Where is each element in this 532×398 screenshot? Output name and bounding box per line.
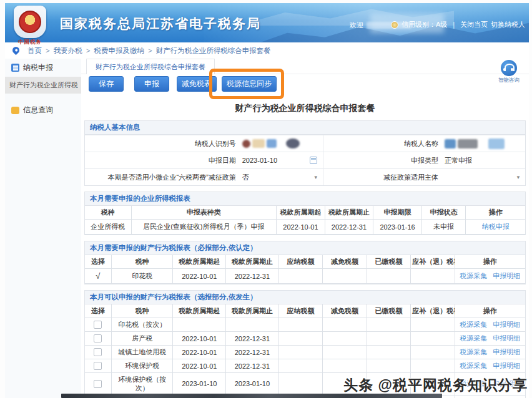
close-page-link[interactable]: 关闭当页 (460, 20, 488, 29)
source-collect-link[interactable]: 税源采集 (460, 272, 487, 279)
col-period-start: 税款所属期起 (173, 255, 226, 269)
cell-period-end: 2022-12-31 (325, 220, 373, 235)
taxpayer-name-value (441, 135, 525, 152)
cell-period-start (173, 318, 226, 332)
main-panel: 财产行为税企业所得税综合申报套餐 保存 申报 减免税表 税源信息同步 智能咨询 … (81, 59, 529, 398)
sidebar-item-property-behavior-tax[interactable]: 财产行为税企业所得税 (5, 77, 81, 94)
table-row: 城镇土地使用税 2022-10-01 2022-12-31 税源采集 申报明细 (85, 346, 525, 359)
chat-bubble-icon (11, 107, 19, 114)
six-tax-policy-label: 本期是否适用小微企业“六税两费”减征政策 (85, 169, 239, 185)
breadcrumb-home[interactable]: 首页 (27, 46, 42, 56)
col-reduced: 减免税额 (323, 304, 367, 318)
section-required-title: 本月需要申报的财产行为税报表（必报部分,依认定） (85, 241, 525, 255)
section-income-tax-title: 本月需要申报的企业所得税报表 (85, 192, 525, 206)
row-checkbox[interactable] (94, 362, 102, 370)
tab-strip: 财产行为税企业所得税综合申报套餐 (81, 59, 529, 74)
cell-period-start: 2022-10-01 (173, 332, 226, 346)
col-due: 应补（退）税额 (411, 304, 455, 318)
declare-detail-link[interactable]: 申报明细 (493, 321, 520, 328)
col-select: 选择 (85, 255, 111, 269)
breadcrumb-separator: > (46, 47, 50, 54)
cell-form-type: 居民企业(查账征收)所得税月（季）申报 (131, 220, 277, 235)
section-required-property-tax: 本月需要申报的财产行为税报表（必报部分,依认定） 选择 税种 税款所属期起 税款… (84, 241, 526, 284)
source-collect-link[interactable]: 税源采集 (460, 348, 487, 356)
six-tax-policy-select[interactable]: 否 ▼ (239, 169, 323, 185)
policy-subject-select[interactable]: ▼ (441, 169, 525, 185)
declare-detail-link[interactable]: 申报明细 (493, 272, 520, 279)
row-checkbox[interactable] (94, 380, 102, 388)
smart-consult-button[interactable]: 智能咨询 (495, 60, 523, 84)
col-tax-type: 税种 (111, 255, 173, 269)
cell-tax-type: 城镇土地使用税 (111, 346, 173, 359)
taxpayer-id-value (239, 135, 323, 152)
row-selected-checkmark[interactable]: √ (85, 269, 111, 284)
declare-date-field[interactable]: 2023-01-10 (239, 152, 323, 168)
row-checkbox[interactable] (94, 321, 102, 329)
breadcrumb-current-page[interactable]: 财产行为税企业所得税综合申报套餐 (156, 46, 271, 56)
col-tax-type: 税种 (85, 206, 131, 220)
tax-source-sync-button[interactable]: 税源信息同步 (222, 76, 277, 92)
sidebar-item-tax-declaration[interactable]: 纳税申报 (5, 59, 81, 77)
redaction-blob (286, 138, 300, 148)
declare-detail-link[interactable]: 申报明细 (493, 348, 520, 356)
cell-period-start: 2022-10-01 (277, 220, 325, 235)
col-period-end: 税款所属期止 (226, 255, 279, 269)
table-header-row: 选择 税种 税款所属期起 税款所属期止 应纳税额 减免税额 已缴税额 应补（退）… (85, 304, 525, 318)
bottom-dark-bar (61, 394, 442, 398)
declare-type-value: 正常申报 (441, 152, 525, 168)
section-optional-title: 本月可以申报的财产行为税报表（选报部分,依发生） (85, 291, 525, 304)
income-tax-table: 税种 申报表种类 税款所属期起 税款所属期止 申报期限 申报状态 操作 企业所得… (85, 206, 525, 235)
source-collect-link[interactable]: 税源采集 (460, 362, 487, 369)
breadcrumb-declare-pay[interactable]: 税费申报及缴纳 (94, 46, 144, 56)
col-action: 操作 (455, 255, 525, 269)
tax-declare-link[interactable]: 纳税申报 (482, 223, 510, 230)
sidebar: 纳税申报 财产行为税企业所得税 信息查询 (5, 59, 81, 398)
cell-tax-type: 印花税（按次） (111, 318, 173, 332)
required-property-tax-table: 选择 税种 税款所属期起 税款所属期止 应纳税额 减免税额 已缴税额 应补（退）… (85, 255, 525, 284)
header: 国家税务总局江苏省电子税务局 欢迎 信用级别：A级 ｜ 关闭当页 切换纳税人 (5, 3, 529, 42)
declare-button[interactable]: 申报 (134, 76, 169, 92)
status-badge: 未申报 (421, 220, 466, 235)
declare-detail-link[interactable]: 申报明细 (493, 334, 520, 342)
col-period-end: 税款所属期止 (226, 304, 279, 318)
table-header-row: 选择 税种 税款所属期起 税款所属期止 应纳税额 减免税额 已缴税额 应补（退）… (85, 255, 525, 269)
chevron-down-icon: ▼ (313, 175, 318, 180)
cell-period-end (226, 318, 279, 332)
row-checkbox[interactable] (94, 334, 102, 342)
tab-property-behavior-package[interactable]: 财产行为税企业所得税综合申报套餐 (86, 59, 215, 74)
source-collect-link[interactable]: 税源采集 (460, 321, 487, 328)
emblem-circle-icon (19, 11, 41, 33)
declare-date-value: 2023-01-10 (242, 157, 277, 164)
six-tax-policy-value: 否 (242, 173, 249, 182)
headset-icon (501, 60, 517, 76)
location-pin-icon (11, 46, 21, 56)
basic-info-row-3: 本期是否适用小微企业“六税两费”减征政策 否 ▼ 减征政策适用主体 ▼ (85, 168, 525, 185)
declaration-form-icon (11, 64, 19, 72)
col-tax-type: 税种 (111, 304, 173, 318)
page: 国家税务总局江苏省电子税务局 欢迎 信用级别：A级 ｜ 关闭当页 切换纳税人 中… (5, 3, 529, 398)
source-collect-link[interactable]: 税源采集 (460, 334, 487, 342)
row-checkbox[interactable] (94, 348, 102, 356)
table-row: 房产税 2022-10-01 2022-12-31 税源采集 申报明细 (85, 332, 525, 346)
header-divider: ｜ (450, 20, 457, 29)
sidebar-item-info-query[interactable]: 信息查询 (5, 101, 81, 119)
reduction-form-button[interactable]: 减免税表 (177, 76, 217, 92)
section-basic-info: 纳税人基本信息 纳税人识别号 纳税人名称 (84, 120, 526, 186)
cell-reduced (323, 269, 367, 284)
col-paid: 已缴税额 (367, 255, 411, 269)
declare-detail-link[interactable]: 申报明细 (493, 362, 520, 369)
cell-tax-type: 环境保护税 (111, 359, 173, 373)
save-button[interactable]: 保存 (89, 76, 124, 92)
col-reduced: 减免税额 (323, 255, 367, 269)
redaction-blob (242, 140, 250, 148)
col-period-start: 税款所属期起 (173, 304, 226, 318)
calendar-icon[interactable] (310, 157, 317, 164)
breadcrumb-tax-handling[interactable]: 我要办税 (54, 46, 82, 56)
sidebar-subitem-label: 财产行为税企业所得税 (9, 81, 78, 89)
switch-taxpayer-link[interactable]: 切换纳税人 (491, 20, 525, 29)
national-emblem-logo (14, 6, 46, 38)
redacted-taxpayer-name (445, 138, 505, 149)
credit-level-label: 信用级别：A级 (401, 20, 447, 29)
cell-period-start: 2022-10-01 (173, 359, 226, 373)
breadcrumb-separator: > (148, 47, 152, 54)
